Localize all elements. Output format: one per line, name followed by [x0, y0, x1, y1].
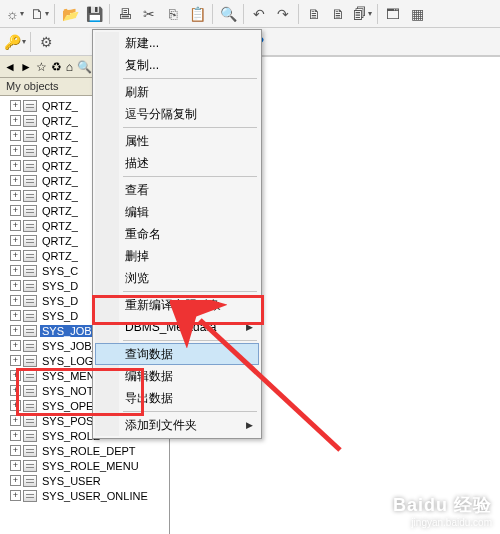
menu-item[interactable]: 描述	[95, 152, 259, 174]
menu-item-label: 重新编译参照对象	[125, 297, 221, 314]
table-label: QRTZ_	[40, 220, 80, 232]
table-icon	[23, 100, 37, 112]
menu-item-label: 查看	[125, 182, 149, 199]
expand-icon[interactable]: +	[10, 250, 21, 261]
expand-icon[interactable]: +	[10, 115, 21, 126]
table-label: QRTZ_	[40, 205, 80, 217]
menu-item[interactable]: 导出数据	[95, 387, 259, 409]
table-label: QRTZ_	[40, 175, 80, 187]
export-icon[interactable]: 🗐▾	[351, 3, 373, 25]
menu-item[interactable]: 编辑	[95, 201, 259, 223]
doc2-icon[interactable]: 🗎	[327, 3, 349, 25]
save-icon[interactable]: 💾	[83, 3, 105, 25]
menu-item[interactable]: 属性	[95, 130, 259, 152]
expand-icon[interactable]: +	[10, 190, 21, 201]
grid-icon[interactable]: ▦	[406, 3, 428, 25]
table-icon	[23, 475, 37, 487]
menu-item[interactable]: 删掉	[95, 245, 259, 267]
menu-item-label: 编辑数据	[125, 368, 173, 385]
expand-icon[interactable]: +	[10, 295, 21, 306]
find-icon[interactable]: 🔍	[217, 3, 239, 25]
menu-item[interactable]: 浏览	[95, 267, 259, 289]
table-row[interactable]: +SYS_USER_ONLINE	[0, 488, 169, 503]
expand-icon[interactable]: +	[10, 370, 21, 381]
expand-icon[interactable]: +	[10, 490, 21, 501]
expand-icon[interactable]: +	[10, 235, 21, 246]
menu-item-label: 浏览	[125, 270, 149, 287]
menu-item[interactable]: 新建...	[95, 32, 259, 54]
table-row[interactable]: +SYS_ROLE_DEPT	[0, 443, 169, 458]
doc1-icon[interactable]: 🗎	[303, 3, 325, 25]
menu-item-label: 添加到文件夹	[125, 417, 197, 434]
star-icon[interactable]: ☆	[36, 60, 47, 74]
expand-icon[interactable]: +	[10, 145, 21, 156]
menu-item[interactable]: 查询数据	[95, 343, 259, 365]
fwd-icon[interactable]: ►	[20, 60, 32, 74]
expand-icon[interactable]: +	[10, 475, 21, 486]
copy-icon[interactable]: ⎘	[162, 3, 184, 25]
expand-icon[interactable]: +	[10, 205, 21, 216]
key-icon[interactable]: 🔑▾	[4, 31, 26, 53]
table-icon	[23, 160, 37, 172]
table-label: SYS_ROLE_DEPT	[40, 445, 138, 457]
new-icon[interactable]: 🗋▾	[28, 3, 50, 25]
menu-item[interactable]: DBMS_Metadata▶	[95, 316, 259, 338]
table-row[interactable]: +SYS_USER	[0, 473, 169, 488]
expand-icon[interactable]: +	[10, 325, 21, 336]
expand-icon[interactable]: +	[10, 445, 21, 456]
table-label: QRTZ_	[40, 115, 80, 127]
expand-icon[interactable]: +	[10, 160, 21, 171]
filter-icon[interactable]: 🔍	[77, 60, 92, 74]
table-icon	[23, 265, 37, 277]
table-label: QRTZ_	[40, 190, 80, 202]
menu-item[interactable]: 逗号分隔复制	[95, 103, 259, 125]
submenu-arrow-icon: ▶	[246, 420, 253, 430]
menu-item[interactable]: 刷新	[95, 81, 259, 103]
menu-item-label: 新建...	[125, 35, 159, 52]
cut-icon[interactable]: ✂	[138, 3, 160, 25]
home-icon[interactable]: ⌂	[66, 60, 73, 74]
open-icon[interactable]: 📂	[59, 3, 81, 25]
expand-icon[interactable]: +	[10, 415, 21, 426]
table-row[interactable]: +SYS_ROLE_MENU	[0, 458, 169, 473]
table-label: QRTZ_	[40, 235, 80, 247]
expand-icon[interactable]: +	[10, 385, 21, 396]
back-icon[interactable]: ◄	[4, 60, 16, 74]
expand-icon[interactable]: +	[10, 175, 21, 186]
menu-item[interactable]: 重新编译参照对象	[95, 294, 259, 316]
sun-icon[interactable]: ☼▾	[4, 3, 26, 25]
undo-icon[interactable]: ↶	[248, 3, 270, 25]
expand-icon[interactable]: +	[10, 355, 21, 366]
expand-icon[interactable]: +	[10, 130, 21, 141]
gear-icon[interactable]: ⚙	[35, 31, 57, 53]
menu-item[interactable]: 重命名	[95, 223, 259, 245]
menu-item-label: 属性	[125, 133, 149, 150]
table-label: SYS_ROLE_MENU	[40, 460, 141, 472]
refresh-icon[interactable]: ♻	[51, 60, 62, 74]
table-icon	[23, 340, 37, 352]
redo-icon[interactable]: ↷	[272, 3, 294, 25]
menu-item[interactable]: 查看	[95, 179, 259, 201]
table-label: SYS_D	[40, 295, 80, 307]
expand-icon[interactable]: +	[10, 460, 21, 471]
menu-item[interactable]: 复制...	[95, 54, 259, 76]
table-label: QRTZ_	[40, 130, 80, 142]
paste-icon[interactable]: 📋	[186, 3, 208, 25]
expand-icon[interactable]: +	[10, 430, 21, 441]
expand-icon[interactable]: +	[10, 340, 21, 351]
table-label: SYS_USER_ONLINE	[40, 490, 150, 502]
table-label: SYS_USER	[40, 475, 103, 487]
table-icon	[23, 415, 37, 427]
menu-item[interactable]: 编辑数据	[95, 365, 259, 387]
window-icon[interactable]: 🗔	[382, 3, 404, 25]
expand-icon[interactable]: +	[10, 265, 21, 276]
expand-icon[interactable]: +	[10, 280, 21, 291]
menu-separator	[123, 291, 257, 292]
menu-item[interactable]: 添加到文件夹▶	[95, 414, 259, 436]
expand-icon[interactable]: +	[10, 400, 21, 411]
expand-icon[interactable]: +	[10, 220, 21, 231]
expand-icon[interactable]: +	[10, 100, 21, 111]
expand-icon[interactable]: +	[10, 310, 21, 321]
table-label: SYS_D	[40, 280, 80, 292]
print-icon[interactable]: 🖶	[114, 3, 136, 25]
